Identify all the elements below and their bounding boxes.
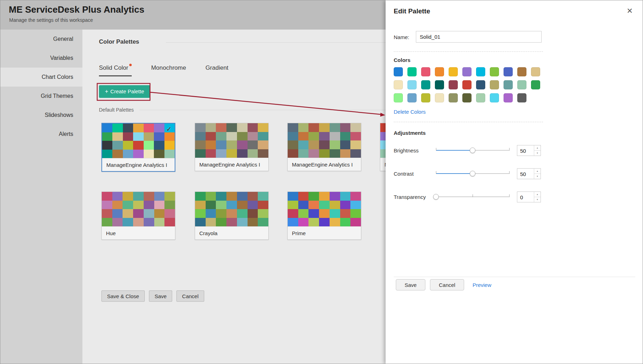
color-swatch[interactable] xyxy=(504,67,513,76)
palette-card[interactable]: Crayola xyxy=(195,192,269,240)
color-swatch[interactable] xyxy=(490,67,499,76)
palette-card[interactable]: ManageEngine Analytics I xyxy=(287,123,361,171)
palette-cell xyxy=(288,132,298,141)
color-swatch[interactable] xyxy=(462,93,472,102)
palette-name-input[interactable] xyxy=(416,31,542,43)
color-swatch[interactable] xyxy=(435,80,444,89)
panel-save-button[interactable]: Save xyxy=(396,279,425,290)
palette-card[interactable]: Hue xyxy=(101,192,175,240)
slider-label: Contrast xyxy=(394,171,436,177)
color-swatch[interactable] xyxy=(462,67,472,76)
palette-cell xyxy=(248,149,258,158)
contrast-slider[interactable] xyxy=(436,171,509,176)
color-swatch[interactable] xyxy=(407,67,417,76)
brightness-slider[interactable] xyxy=(436,148,509,153)
color-swatch[interactable] xyxy=(517,93,526,102)
color-swatch[interactable] xyxy=(504,80,513,89)
tab-gradient[interactable]: Gradient xyxy=(205,64,228,76)
slider-handle[interactable] xyxy=(433,194,439,200)
palette-cell xyxy=(164,141,175,150)
sidebar-item-general[interactable]: General xyxy=(0,30,82,49)
sidebar-item-variables[interactable]: Variables xyxy=(0,49,82,68)
palette-cell xyxy=(164,218,175,227)
color-swatch[interactable] xyxy=(490,80,499,89)
color-swatch[interactable] xyxy=(476,93,485,102)
default-palettes-label: Default Palettes xyxy=(99,107,134,113)
color-swatch[interactable] xyxy=(504,93,513,102)
color-swatch[interactable] xyxy=(517,67,526,76)
workspace-title: ME ServiceDesk Plus Analytics xyxy=(9,4,144,15)
palette-cell xyxy=(133,201,144,209)
color-swatch[interactable] xyxy=(462,80,472,89)
color-swatch[interactable] xyxy=(476,67,485,76)
color-swatch[interactable] xyxy=(449,93,458,102)
color-swatch[interactable] xyxy=(394,67,403,76)
tab-solid-color[interactable]: Solid Color xyxy=(99,64,132,76)
palette-cell xyxy=(350,123,361,132)
tab-monochrome[interactable]: Monochrome xyxy=(151,64,186,76)
spinner-down-icon[interactable]: ▾ xyxy=(534,197,541,202)
delete-colors-link[interactable]: Delete Colors xyxy=(394,109,426,115)
swatch-row xyxy=(394,80,540,89)
palette-card[interactable]: ManageEngine Analytics I✓ xyxy=(101,123,175,172)
spinner-up-icon[interactable]: ▴ xyxy=(534,192,541,197)
color-swatch[interactable] xyxy=(531,67,540,76)
sidebar-item-slideshows[interactable]: Slideshows xyxy=(0,106,82,125)
spinner-up-icon[interactable]: ▴ xyxy=(534,145,541,150)
cancel-button[interactable]: Cancel xyxy=(176,290,204,302)
color-swatch[interactable] xyxy=(531,80,540,89)
palette-cell xyxy=(216,132,226,141)
color-swatch[interactable] xyxy=(517,80,526,89)
color-swatch[interactable] xyxy=(421,80,430,89)
color-swatch[interactable] xyxy=(407,80,417,89)
save-button[interactable]: Save xyxy=(149,290,172,302)
palette-cell xyxy=(123,192,133,201)
sidebar-item-grid-themes[interactable]: Grid Themes xyxy=(0,87,82,106)
color-swatch[interactable] xyxy=(394,93,403,102)
app-window: ME ServiceDesk Plus Analytics Manage the… xyxy=(0,0,643,364)
slider-value[interactable]: 50 xyxy=(517,169,534,179)
color-swatch[interactable] xyxy=(435,93,444,102)
transparency-slider[interactable] xyxy=(436,194,509,200)
palette-cell xyxy=(340,132,351,141)
transparency-value-box[interactable]: 0▴▾ xyxy=(517,192,541,202)
contrast-value-box[interactable]: 50▴▾ xyxy=(517,168,541,179)
spinner-down-icon[interactable]: ▾ xyxy=(534,150,541,156)
adjustments-heading: Adjustments xyxy=(394,130,426,136)
create-palette-button[interactable]: +Create Palette xyxy=(99,85,150,98)
color-swatch[interactable] xyxy=(394,80,403,89)
palette-cell xyxy=(164,201,175,209)
preview-link[interactable]: Preview xyxy=(473,282,491,288)
color-swatch[interactable] xyxy=(476,80,485,89)
save-close-button[interactable]: Save & Close xyxy=(101,290,145,302)
color-swatch[interactable] xyxy=(449,80,458,89)
palette-card[interactable]: Prime xyxy=(287,192,361,240)
close-icon[interactable]: ✕ xyxy=(626,7,633,15)
transparency-slider-row: Transparency0▴▾ xyxy=(394,190,552,204)
palette-cell xyxy=(237,218,248,227)
slider-handle[interactable] xyxy=(470,171,475,176)
palette-cell xyxy=(154,192,165,201)
slider-handle[interactable] xyxy=(470,148,475,153)
palette-cell xyxy=(102,218,112,227)
color-swatch[interactable] xyxy=(490,93,499,102)
panel-cancel-button[interactable]: Cancel xyxy=(430,279,464,290)
color-swatch[interactable] xyxy=(421,93,430,102)
slider-value[interactable]: 50 xyxy=(517,145,534,156)
slider-value[interactable]: 0 xyxy=(517,192,534,202)
color-swatch[interactable] xyxy=(407,93,417,102)
palette-cell xyxy=(226,140,237,149)
sidebar-item-alerts[interactable]: Alerts xyxy=(0,125,82,144)
color-swatch[interactable] xyxy=(435,67,444,76)
palette-card[interactable]: ManageEngine Analytics I xyxy=(195,123,269,171)
palette-cell xyxy=(144,150,154,158)
spinner-down-icon[interactable]: ▾ xyxy=(534,174,541,179)
palette-cell xyxy=(164,209,175,218)
brightness-value-box[interactable]: 50▴▾ xyxy=(517,145,541,156)
palette-name: Prime xyxy=(288,226,361,239)
color-swatch[interactable] xyxy=(421,67,430,76)
sidebar-item-chart-colors[interactable]: Chart Colors xyxy=(0,68,82,87)
palette-cell xyxy=(248,132,258,141)
spinner-up-icon[interactable]: ▴ xyxy=(534,169,541,174)
color-swatch[interactable] xyxy=(449,67,458,76)
